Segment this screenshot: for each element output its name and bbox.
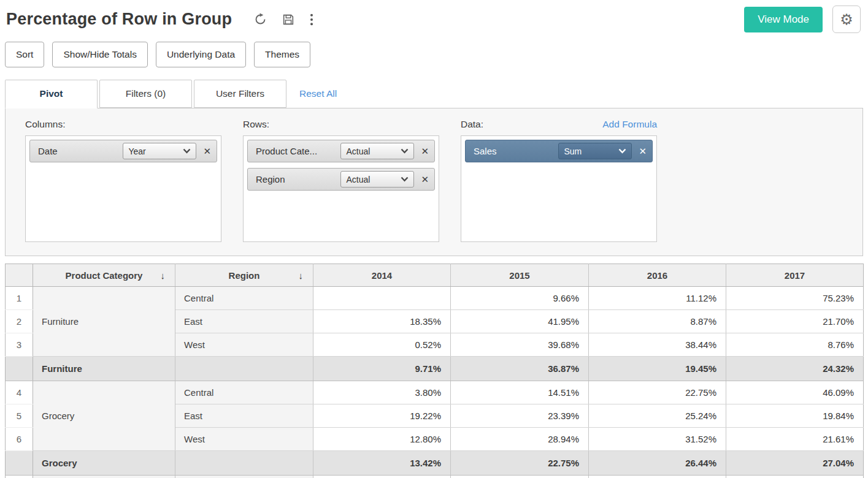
field-aggregation-dropdown[interactable]: Actual xyxy=(340,171,414,188)
chevron-down-icon xyxy=(618,148,626,154)
remove-field-icon[interactable]: ✕ xyxy=(639,146,647,157)
tabs-row: PivotFilters (0)User Filters Reset All xyxy=(5,80,863,108)
value-cell: 18.35% xyxy=(313,310,451,333)
columns-label: Columns: xyxy=(25,119,65,130)
value-cell: 3.80% xyxy=(313,381,451,404)
pivot-table: Product Category↓Region↓2014201520162017… xyxy=(5,264,864,478)
value-cell: 19.22% xyxy=(313,404,451,428)
category-cell: Grocery xyxy=(33,451,175,476)
value-cell: 75.23% xyxy=(726,287,864,310)
value-cell: 36.87% xyxy=(451,357,589,381)
remove-field-icon[interactable]: ✕ xyxy=(421,146,429,157)
value-cell: 31.52% xyxy=(589,428,726,451)
sort-descending-icon[interactable]: ↓ xyxy=(299,270,304,281)
column-header-label: Region xyxy=(229,270,260,281)
app-window: Percentage of Row in Group xyxy=(0,0,868,478)
kebab-menu-button[interactable] xyxy=(309,12,315,28)
field-name-label: Region xyxy=(256,174,335,184)
toolbar-button-show-hide-totals[interactable]: Show/Hide Totals xyxy=(52,42,147,67)
value-cell: 28.94% xyxy=(451,428,589,451)
field-name-label: Sales xyxy=(474,146,553,156)
field-pill-date[interactable]: DateYear✕ xyxy=(29,140,217,162)
rows-drop-zone[interactable]: Product Cate...Actual✕RegionActual✕ xyxy=(243,135,439,242)
data-label: Data: xyxy=(461,119,483,130)
table-row-partial xyxy=(6,476,864,478)
value-cell xyxy=(451,476,589,478)
row-number-cell: 1 xyxy=(6,287,33,310)
region-cell xyxy=(175,357,313,381)
row-number-cell: 4 xyxy=(6,381,33,404)
sort-descending-icon[interactable]: ↓ xyxy=(161,270,166,281)
toolbar-button-underlying-data[interactable]: Underlying Data xyxy=(156,42,246,67)
row-number-cell xyxy=(6,357,33,381)
field-aggregation-dropdown[interactable]: Sum xyxy=(558,143,632,159)
value-cell xyxy=(589,476,726,478)
remove-field-icon[interactable]: ✕ xyxy=(421,174,429,185)
column-header-label: 2016 xyxy=(647,270,667,281)
value-cell: 21.70% xyxy=(726,310,864,333)
kebab-menu-icon xyxy=(310,13,313,26)
column-header-region[interactable]: Region↓ xyxy=(175,264,313,287)
field-aggregation-value: Sum xyxy=(564,146,582,156)
value-cell: 25.24% xyxy=(589,404,726,428)
field-pill-product-cate[interactable]: Product Cate...Actual✕ xyxy=(247,140,435,162)
value-cell: 46.09% xyxy=(726,381,864,404)
row-number-cell: 5 xyxy=(6,404,33,428)
pivot-config-panel: Columns: DateYear✕ Rows: Product Cate...… xyxy=(5,108,863,256)
add-formula-link[interactable]: Add Formula xyxy=(602,119,657,130)
value-cell: 22.75% xyxy=(451,451,589,476)
value-cell: 19.84% xyxy=(726,404,864,428)
page-title: Percentage of Row in Group xyxy=(6,10,232,29)
column-header-label: 2017 xyxy=(785,270,805,281)
refresh-button[interactable] xyxy=(253,12,268,27)
value-cell: 38.44% xyxy=(589,333,726,357)
value-cell: 9.71% xyxy=(313,357,451,381)
column-header-2016[interactable]: 2016 xyxy=(589,264,726,287)
remove-field-icon[interactable]: ✕ xyxy=(203,146,211,157)
reset-all-link[interactable]: Reset All xyxy=(299,88,337,99)
rows-label: Rows: xyxy=(243,119,269,130)
toolbar-button-sort[interactable]: Sort xyxy=(5,42,44,67)
columns-drop-zone[interactable]: DateYear✕ xyxy=(25,135,221,242)
field-pill-sales[interactable]: SalesSum✕ xyxy=(465,140,653,162)
subtotal-row: Grocery13.42%22.75%26.44%27.04% xyxy=(6,451,864,476)
tab-filters-0[interactable]: Filters (0) xyxy=(99,80,192,108)
column-header-product-category[interactable]: Product Category↓ xyxy=(33,264,175,287)
toolbar: SortShow/Hide TotalsUnderlying DataTheme… xyxy=(0,36,868,67)
column-header-2015[interactable]: 2015 xyxy=(451,264,589,287)
table-row: 1FurnitureCentral9.66%11.12%75.23% xyxy=(6,287,864,310)
column-header-label: Product Category xyxy=(66,270,143,281)
value-cell: 26.44% xyxy=(589,451,726,476)
tab-pivot[interactable]: Pivot xyxy=(5,80,98,108)
column-header-2014[interactable]: 2014 xyxy=(313,264,451,287)
column-header-2017[interactable]: 2017 xyxy=(726,264,864,287)
value-cell: 8.76% xyxy=(726,333,864,357)
settings-button[interactable]: ⚙ xyxy=(832,6,861,33)
field-aggregation-dropdown[interactable]: Actual xyxy=(340,143,414,159)
value-cell: 27.04% xyxy=(726,451,864,476)
row-number-cell: 6 xyxy=(6,428,33,451)
value-cell: 23.39% xyxy=(451,404,589,428)
table-body: 1FurnitureCentral9.66%11.12%75.23%2East1… xyxy=(6,287,864,478)
value-cell: 12.80% xyxy=(313,428,451,451)
chevron-down-icon xyxy=(401,176,409,182)
field-pill-region[interactable]: RegionActual✕ xyxy=(247,168,435,191)
data-drop-zone[interactable]: SalesSum✕ xyxy=(461,135,657,242)
corner-cell xyxy=(6,264,33,287)
chevron-down-icon xyxy=(183,148,191,154)
view-mode-button[interactable]: View Mode xyxy=(744,7,823,32)
category-cell: Furniture xyxy=(33,287,175,357)
data-section-header: Data: Add Formula xyxy=(461,119,657,130)
save-icon xyxy=(282,13,295,26)
category-cell: Furniture xyxy=(33,357,175,381)
toolbar-button-themes[interactable]: Themes xyxy=(254,42,310,67)
tab-user-filters[interactable]: User Filters xyxy=(194,80,286,108)
refresh-icon xyxy=(254,13,267,26)
value-cell xyxy=(726,476,864,478)
field-aggregation-dropdown[interactable]: Year xyxy=(123,143,196,159)
save-button[interactable] xyxy=(280,12,296,28)
field-aggregation-value: Actual xyxy=(346,146,370,156)
tabs: PivotFilters (0)User Filters xyxy=(5,80,288,108)
value-cell: 13.42% xyxy=(313,451,451,476)
field-aggregation-value: Actual xyxy=(346,175,370,184)
